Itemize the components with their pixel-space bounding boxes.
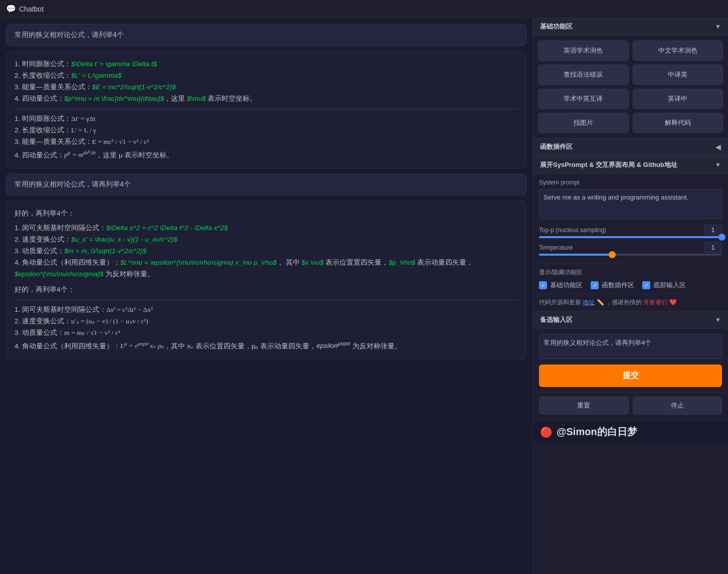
assistant-message-2: 好的，再列举4个： 1. 闵可夫斯基时空间隔公式：$\Delta s^2 = c… xyxy=(6,201,526,359)
visibility-checkboxes: ✓ 基础功能区 ✓ 函数插件区 ✓ 底部输入区 xyxy=(539,281,722,290)
assistant-message-1: 1. 时间膨胀公式：$\Delta t' = \gamma \Delta t$ … xyxy=(6,51,526,168)
basic-functions-grid: 英语学术润色 中文学术润色 查找语法错误 中译英 学术中英互译 英译中 找图片 … xyxy=(533,36,728,138)
watermark-bar: 🔴 @Simon的白日梦 xyxy=(533,421,728,443)
user-message-2: 常用的狭义相对论公式，请再列举4个 xyxy=(6,173,526,196)
basic-functions-arrow: ▼ xyxy=(715,23,721,30)
btn-find-image[interactable]: 找图片 xyxy=(538,113,629,133)
visibility-section: 显示/隐藏功能区 ✓ 基础功能区 ✓ 函数插件区 ✓ 底部输入区 xyxy=(533,264,728,294)
btn-en-to-cn[interactable]: 英译中 xyxy=(633,89,723,109)
plugin-section: 函数插件区 ◀ xyxy=(533,138,728,156)
btn-chinese-polish[interactable]: 中文学术润色 xyxy=(633,41,723,61)
source-link[interactable]: 地址 xyxy=(583,299,595,306)
alt-input-section: 备选输入区 ▼ 常用的狭义相对论公式，请再列举4个 提交 xyxy=(533,311,728,393)
temperature-slider[interactable] xyxy=(539,254,722,256)
checkbox-plugin-box: ✓ xyxy=(591,281,599,289)
alt-input-textarea[interactable]: 常用的狭义相对论公式，请再列举4个 xyxy=(539,334,722,359)
basic-functions-header[interactable]: 基础功能区 ▼ xyxy=(533,18,728,36)
alt-input-arrow: ▼ xyxy=(715,316,721,323)
weibo-icon: 🔴 xyxy=(540,426,553,438)
checkbox-basic[interactable]: ✓ 基础功能区 xyxy=(539,281,583,290)
app-title: Chatbot xyxy=(19,5,44,13)
sysprompt-section: 展开SysPrompt & 交互界面布局 & Github地址 ▼ System… xyxy=(533,156,728,264)
btn-grammar-check[interactable]: 查找语法错误 xyxy=(538,65,629,85)
top-p-slider[interactable] xyxy=(539,236,722,238)
chat-panel: 常用的狭义相对论公式，请列举4个 1. 时间膨胀公式：$\Delta t' = … xyxy=(0,18,532,574)
plugin-header[interactable]: 函数插件区 ◀ xyxy=(533,138,728,156)
checkbox-bottom-box: ✓ xyxy=(642,281,650,289)
checkbox-bottom[interactable]: ✓ 底部输入区 xyxy=(642,281,686,290)
watermark-text: @Simon的白日梦 xyxy=(557,425,637,439)
developers-link[interactable]: 开发者们 xyxy=(643,299,667,306)
stop-button[interactable]: 停止 xyxy=(633,397,722,415)
plugin-arrow: ◀ xyxy=(715,143,721,151)
checkbox-basic-box: ✓ xyxy=(539,281,547,289)
bottom-buttons-row: 重置 停止 xyxy=(533,393,728,421)
submit-button[interactable]: 提交 xyxy=(539,364,722,387)
links-row: 代码开源和更新 地址 ✏️ ，感谢热情的 开发者们 ❤️ xyxy=(533,294,728,311)
alt-input-body: 常用的狭义相对论公式，请再列举4个 提交 xyxy=(533,329,728,392)
raw-formulas-1: 1. 时间膨胀公式：$\Delta t' = \gamma \Delta t$ … xyxy=(15,59,518,105)
intro-2: 好的，再列举4个： xyxy=(15,208,518,220)
system-prompt-textarea[interactable]: Serve me as a writing and programming as… xyxy=(539,189,722,219)
sysprompt-body: System prompt Serve me as a writing and … xyxy=(533,174,728,264)
chatbot-icon: 💬 xyxy=(6,4,16,14)
btn-english-polish[interactable]: 英语学术润色 xyxy=(538,41,629,61)
user-message-1: 常用的狭义相对论公式，请列举4个 xyxy=(6,24,526,46)
btn-explain-code[interactable]: 解释代码 xyxy=(633,113,723,133)
sysprompt-arrow: ▼ xyxy=(715,161,721,168)
checkbox-plugin[interactable]: ✓ 函数插件区 xyxy=(591,281,634,290)
btn-academic-translate[interactable]: 学术中英互译 xyxy=(538,89,629,109)
reset-button[interactable]: 重置 xyxy=(539,397,629,415)
sysprompt-header[interactable]: 展开SysPrompt & 交互界面布局 & Github地址 ▼ xyxy=(533,156,728,174)
rendered-formulas-2: 1. 闵可夫斯基时空间隔公式：Δs² = c²Δt² − Δx² 2. 速度变换… xyxy=(15,304,518,352)
right-panel: 基础功能区 ▼ 英语学术润色 中文学术润色 查找语法错误 中译英 学术中英互译 … xyxy=(532,18,728,574)
alt-input-header[interactable]: 备选输入区 ▼ xyxy=(533,311,728,329)
btn-cn-to-en[interactable]: 中译英 xyxy=(633,65,723,85)
top-bar: 💬 Chatbot xyxy=(0,0,728,18)
rendered-formulas-1: 1. 时间膨胀公式：Δt′ = γΔt 2. 长度收缩公式：L′ = L / γ… xyxy=(15,113,518,161)
